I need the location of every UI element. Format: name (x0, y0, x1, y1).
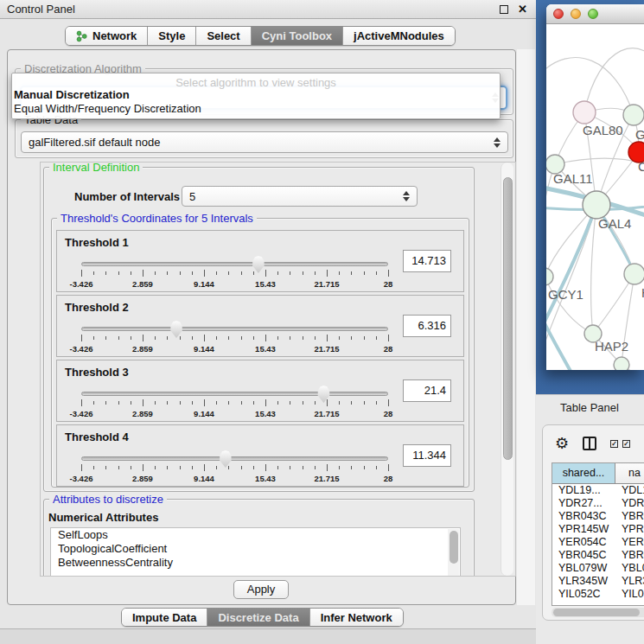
algorithm-option-manual-discretization[interactable]: Manual Discretization (12, 89, 500, 101)
threshold-label: Threshold 4 (65, 430, 129, 443)
table-header-shared[interactable]: shared... (552, 463, 615, 484)
slider-ticks (81, 335, 388, 343)
algorithm-option-equal-width-frequency-discretization[interactable]: Equal Width/Frequency Discretization (12, 103, 500, 115)
control-panel-footer (0, 628, 536, 644)
threshold-slider[interactable]: -3.4262.8599.14415.4321.71528 (81, 320, 388, 354)
table-toolbar: ⚙ ✓ ✓ (543, 425, 644, 462)
settings-scrollbar-thumb[interactable] (503, 177, 513, 460)
tab-network[interactable]: Network (66, 27, 148, 45)
slider-ticks (81, 270, 388, 278)
table-hscrollbar-thumb[interactable] (553, 609, 640, 616)
attribute-list-scrollbar-thumb[interactable] (450, 531, 458, 564)
zoom-traffic-light-icon[interactable] (588, 9, 598, 19)
slider-track[interactable] (81, 327, 388, 331)
tab-select[interactable]: Select (196, 27, 251, 45)
algorithm-popup-options: Manual DiscretizationEqual Width/Frequen… (12, 89, 500, 115)
node-gal80[interactable] (573, 101, 596, 124)
network-graph[interactable]: GAL80GACGAL11GAL4GCY1HHAP2 (546, 24, 644, 370)
table-row[interactable]: YLR345WYLR3 (552, 575, 644, 588)
attribute-item[interactable]: BetweennessCentrality (51, 556, 460, 570)
tab-jactivemnodules[interactable]: jActiveMNodules (343, 27, 455, 45)
numerical-attributes-list[interactable]: SelfLoopsTopologicalCoefficientBetweenne… (50, 527, 461, 577)
table-data-group: Table Data galFiltered.sif default node (15, 119, 513, 158)
attributes-group: Attributes to discretize Numerical Attri… (43, 499, 475, 577)
threshold-value-field[interactable]: 6.316 (403, 315, 451, 337)
screen: Control Panel ✕ NetworkStyleSelectCyni T… (0, 0, 644, 644)
control-panel-title: Control Panel (7, 3, 500, 16)
number-of-intervals-value: 5 (189, 190, 195, 203)
threshold-label: Threshold 2 (65, 301, 129, 314)
node-gal4[interactable] (583, 191, 610, 219)
network-canvas[interactable]: GAL80GACGAL11GAL4GCY1HHAP2 (546, 24, 644, 370)
slider-track[interactable] (81, 262, 388, 266)
tab-discretize-data[interactable]: Discretize Data (207, 609, 309, 626)
node-label: GCY1 (548, 287, 583, 302)
control-panel-titlebar: Control Panel ✕ (0, 0, 536, 19)
node-right-h[interactable] (624, 264, 644, 284)
node-label: GAL4 (598, 216, 631, 231)
number-of-intervals-combo[interactable]: 5 (182, 186, 418, 207)
table-row[interactable]: YBL079WYBL0 (552, 562, 644, 575)
close-icon[interactable]: ✕ (518, 5, 527, 14)
algorithm-dropdown-popup: Select algorithm to view settings Manual… (11, 73, 501, 119)
attribute-item[interactable]: SelfLoops (51, 528, 460, 542)
interval-definition-group-label: Interval Definition (49, 162, 143, 174)
slider-track[interactable] (81, 456, 388, 461)
node-label: GAL80 (583, 123, 623, 137)
network-icon (76, 30, 87, 42)
tab-cyni-toolbox[interactable]: Cyni Toolbox (252, 27, 343, 45)
tab-infer-network[interactable]: Infer Network (310, 609, 403, 626)
checkbox-checked-icon[interactable]: ✓ (610, 440, 618, 448)
apply-button[interactable]: Apply (233, 580, 289, 599)
table-hscrollbar[interactable] (552, 608, 644, 617)
table-row[interactable]: YBR045CYBR0 (552, 549, 644, 562)
node-top-right[interactable] (623, 105, 644, 125)
slider-tick-labels: -3.4262.8599.14415.4321.71528 (81, 279, 388, 290)
attribute-item[interactable]: TopologicalCoefficient (51, 542, 460, 556)
number-of-intervals-label: Number of Intervals (74, 190, 180, 203)
algorithm-popup-hint: Select algorithm to view settings (12, 73, 500, 87)
attribute-list-scrollbar[interactable] (448, 529, 459, 577)
tab-style[interactable]: Style (148, 27, 196, 45)
table-data-combo[interactable]: galFiltered.sif default node (21, 131, 508, 153)
slider-tick-labels: -3.4262.8599.14415.4321.71528 (81, 344, 388, 354)
table-header-name[interactable]: na (615, 463, 644, 484)
slider-tick-labels: -3.4262.8599.14415.4321.71528 (81, 409, 388, 419)
tab-impute-data[interactable]: Impute Data (122, 609, 207, 626)
node-label: HAP2 (595, 339, 628, 354)
node-label: GA (635, 127, 644, 142)
threshold-slider[interactable]: -3.4262.8599.14415.4321.71528 (81, 450, 388, 484)
threshold-slider[interactable]: -3.4262.8599.14415.4321.71528 (81, 255, 388, 290)
node-gcy1[interactable] (546, 268, 553, 285)
slider-ticks (81, 399, 388, 408)
split-columns-icon[interactable] (583, 437, 596, 450)
node-table[interactable]: shared... na YDL19...YDL1YDR27...YDR2YBR… (552, 462, 644, 606)
threshold-value-field[interactable]: 11.344 (403, 444, 451, 467)
table-row[interactable]: YPR145WYPR1 (552, 523, 644, 536)
table-row[interactable]: YER054CYER0 (552, 536, 644, 549)
close-traffic-light-icon[interactable] (553, 9, 564, 19)
table-panel: Table Panel ⚙ ✓ ✓ shared... na YDL19...Y… (536, 394, 644, 644)
threshold-slider[interactable]: -3.4262.8599.14415.4321.71528 (81, 385, 388, 419)
checkbox-checked-icon[interactable]: ✓ (622, 440, 630, 448)
table-row[interactable]: YBR043CYBR0 (552, 510, 644, 523)
threshold-value-field[interactable]: 14.713 (403, 250, 451, 272)
minimize-traffic-light-icon[interactable] (571, 9, 581, 19)
node-bottom[interactable] (614, 357, 629, 370)
slider-ticks (81, 464, 388, 473)
threshold-label: Threshold 1 (65, 236, 129, 249)
slider-track[interactable] (81, 392, 388, 396)
threshold-label: Threshold 3 (65, 366, 129, 379)
network-window-titlebar (546, 4, 644, 24)
settings-scrollbar[interactable] (501, 163, 513, 576)
threshold-value-field[interactable]: 21.4 (403, 379, 451, 402)
table-row[interactable]: YDL19...YDL1 (552, 484, 644, 497)
float-window-icon[interactable] (500, 5, 508, 14)
threshold-box: Threshold 2 -3.4262.8599.14415.4321.7152… (56, 295, 464, 357)
table-data-combo-value: galFiltered.sif default node (29, 136, 160, 149)
table-header-row: shared... na (552, 463, 644, 484)
gear-icon[interactable]: ⚙ (555, 434, 569, 453)
table-row[interactable]: YDR27...YDR2 (552, 497, 644, 510)
threshold-box: Threshold 1 -3.4262.8599.14415.4321.7152… (56, 230, 464, 292)
table-row[interactable]: YIL052CYIL0 (552, 588, 644, 601)
